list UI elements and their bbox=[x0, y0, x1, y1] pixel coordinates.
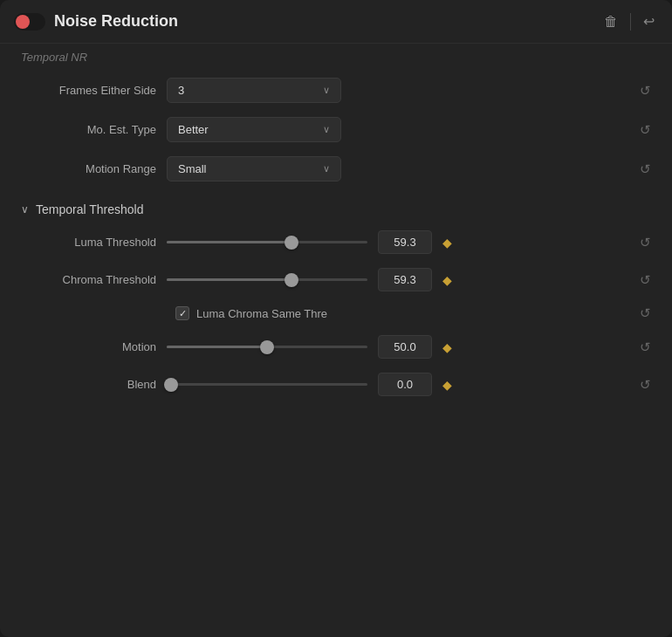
mo-est-type-dropdown[interactable]: Better ∨ bbox=[167, 117, 341, 142]
toggle-knob bbox=[16, 15, 30, 29]
panel-toggle[interactable] bbox=[14, 13, 45, 31]
section-chevron-icon: ∨ bbox=[21, 203, 29, 216]
chevron-down-icon: ∨ bbox=[323, 124, 330, 135]
blend-row: Blend 0.0 ◆ ↺ bbox=[0, 366, 672, 403]
motion-reset[interactable]: ↺ bbox=[640, 339, 651, 355]
blend-thumb[interactable] bbox=[164, 378, 178, 392]
motion-value[interactable]: 50.0 bbox=[378, 335, 432, 359]
motion-track bbox=[167, 346, 367, 348]
blend-keyframe-icon[interactable]: ◆ bbox=[442, 378, 452, 392]
motion-slider[interactable] bbox=[167, 346, 367, 348]
blend-label: Blend bbox=[21, 378, 156, 391]
panel-header: Noise Reduction 🗑 ↩ bbox=[0, 0, 672, 44]
header-divider bbox=[630, 13, 631, 31]
mo-est-type-value: Better bbox=[178, 123, 209, 136]
blend-track bbox=[167, 383, 367, 386]
frames-either-side-reset[interactable]: ↺ bbox=[640, 83, 651, 99]
noise-reduction-panel: Noise Reduction 🗑 ↩ Temporal NR Frames E… bbox=[0, 0, 672, 637]
chroma-threshold-label: Chroma Threshold bbox=[21, 273, 156, 286]
chevron-down-icon: ∨ bbox=[323, 163, 330, 175]
chroma-threshold-keyframe-icon[interactable]: ◆ bbox=[442, 273, 452, 287]
motion-range-row: Motion Range Small ∨ ↺ bbox=[0, 149, 672, 188]
frames-either-side-row: Frames Either Side 3 ∨ ↺ bbox=[0, 71, 672, 110]
luma-threshold-label: Luma Threshold bbox=[21, 236, 156, 249]
temporal-threshold-section-header[interactable]: ∨ Temporal Threshold bbox=[0, 188, 672, 223]
luma-threshold-fill bbox=[167, 241, 291, 243]
chroma-threshold-reset[interactable]: ↺ bbox=[640, 272, 651, 288]
luma-chroma-same-row: ✓ Luma Chroma Same Thre ↺ bbox=[0, 298, 672, 328]
chevron-down-icon: ∨ bbox=[323, 85, 330, 96]
checkbox-wrap: ✓ Luma Chroma Same Thre bbox=[175, 306, 327, 320]
luma-threshold-row: Luma Threshold 59.3 ◆ ↺ bbox=[0, 223, 672, 261]
motion-range-dropdown[interactable]: Small ∨ bbox=[167, 156, 341, 182]
motion-range-reset[interactable]: ↺ bbox=[640, 161, 651, 177]
blend-value[interactable]: 0.0 bbox=[378, 373, 432, 396]
frames-either-side-dropdown[interactable]: 3 ∨ bbox=[167, 78, 341, 103]
back-icon[interactable]: ↩ bbox=[643, 13, 655, 30]
luma-chroma-same-checkbox[interactable]: ✓ bbox=[175, 306, 189, 320]
chroma-threshold-track bbox=[167, 278, 367, 281]
luma-threshold-track bbox=[167, 241, 367, 243]
luma-threshold-value[interactable]: 59.3 bbox=[378, 230, 432, 254]
temporal-threshold-title: Temporal Threshold bbox=[36, 202, 143, 216]
luma-chroma-same-label: Luma Chroma Same Thre bbox=[196, 307, 327, 320]
motion-row: Motion 50.0 ◆ ↺ bbox=[0, 328, 672, 366]
motion-thumb[interactable] bbox=[260, 340, 274, 354]
panel-title: Noise Reduction bbox=[54, 12, 595, 31]
chroma-threshold-thumb[interactable] bbox=[285, 273, 298, 287]
chroma-threshold-value[interactable]: 59.3 bbox=[378, 268, 432, 291]
mo-est-type-label: Mo. Est. Type bbox=[21, 123, 156, 136]
delete-icon[interactable]: 🗑 bbox=[604, 14, 618, 30]
frames-either-side-label: Frames Either Side bbox=[21, 84, 156, 97]
header-actions: 🗑 ↩ bbox=[604, 13, 655, 31]
check-icon: ✓ bbox=[179, 308, 187, 319]
mo-est-type-reset[interactable]: ↺ bbox=[640, 122, 651, 138]
blend-reset[interactable]: ↺ bbox=[640, 377, 651, 393]
frames-either-side-value: 3 bbox=[178, 84, 184, 97]
chroma-threshold-fill bbox=[167, 278, 291, 281]
collapsed-section-label: Temporal NR bbox=[0, 44, 672, 71]
luma-chroma-same-reset[interactable]: ↺ bbox=[640, 305, 651, 321]
luma-threshold-keyframe-icon[interactable]: ◆ bbox=[442, 236, 452, 250]
luma-threshold-reset[interactable]: ↺ bbox=[640, 235, 651, 250]
motion-range-label: Motion Range bbox=[21, 162, 156, 175]
motion-range-value: Small bbox=[178, 162, 207, 175]
motion-label: Motion bbox=[21, 340, 156, 353]
motion-fill bbox=[167, 346, 267, 348]
chroma-threshold-row: Chroma Threshold 59.3 ◆ ↺ bbox=[0, 261, 672, 298]
chroma-threshold-slider[interactable] bbox=[167, 278, 367, 281]
blend-slider[interactable] bbox=[167, 383, 367, 386]
mo-est-type-row: Mo. Est. Type Better ∨ ↺ bbox=[0, 110, 672, 149]
motion-keyframe-icon[interactable]: ◆ bbox=[442, 340, 452, 354]
luma-threshold-thumb[interactable] bbox=[285, 236, 298, 250]
luma-threshold-slider[interactable] bbox=[167, 241, 367, 243]
